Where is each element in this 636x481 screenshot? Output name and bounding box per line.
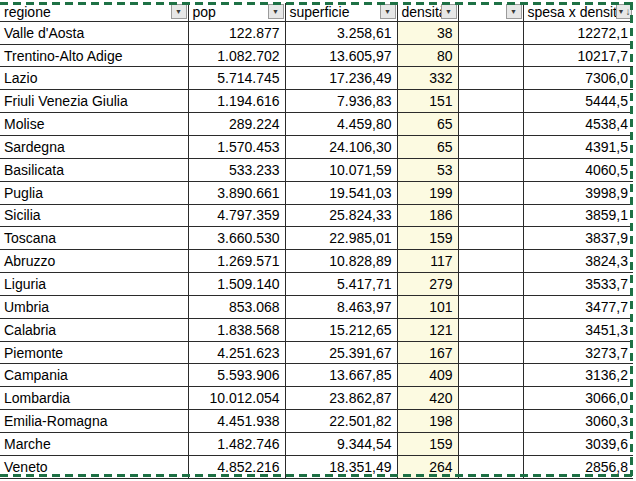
- cell-pop[interactable]: 122.877: [188, 21, 285, 44]
- cell-blank[interactable]: [458, 44, 523, 67]
- cell-superficie[interactable]: 15.212,65: [285, 318, 397, 341]
- cell-blank[interactable]: [458, 158, 523, 181]
- cell-superficie[interactable]: 25.391,67: [285, 341, 397, 364]
- cell-spesa[interactable]: 3477,7: [523, 295, 633, 318]
- cell-superficie[interactable]: 17.236,49: [285, 67, 397, 90]
- filter-dropdown-button-regione[interactable]: ▼: [171, 4, 187, 19]
- cell-superficie[interactable]: 25.824,33: [285, 204, 397, 227]
- cell-superficie[interactable]: 5.417,71: [285, 273, 397, 296]
- cell-densita[interactable]: 409: [397, 364, 458, 387]
- filter-dropdown-button-densita[interactable]: ▼: [441, 4, 457, 19]
- cell-superficie[interactable]: 24.106,30: [285, 136, 397, 159]
- cell-blank[interactable]: [458, 410, 523, 433]
- cell-blank[interactable]: [458, 250, 523, 273]
- cell-superficie[interactable]: 13.605,97: [285, 44, 397, 67]
- cell-pop[interactable]: 1.838.568: [188, 318, 285, 341]
- cell-densita[interactable]: 101: [397, 295, 458, 318]
- cell-blank[interactable]: [458, 204, 523, 227]
- cell-densita[interactable]: 38: [397, 21, 458, 44]
- cell-spesa[interactable]: 4391,5: [523, 136, 633, 159]
- cell-regione[interactable]: Emilia-Romagna: [0, 410, 188, 433]
- cell-densita[interactable]: 80: [397, 44, 458, 67]
- cell-densita[interactable]: 159: [397, 432, 458, 455]
- filter-dropdown-button-blank[interactable]: ▼: [506, 4, 522, 19]
- cell-blank[interactable]: [458, 364, 523, 387]
- cell-blank[interactable]: [458, 318, 523, 341]
- cell-pop[interactable]: 3.890.661: [188, 181, 285, 204]
- cell-blank[interactable]: [458, 432, 523, 455]
- cell-spesa[interactable]: 10217,7: [523, 44, 633, 67]
- cell-blank[interactable]: [458, 136, 523, 159]
- cell-densita[interactable]: 186: [397, 204, 458, 227]
- cell-regione[interactable]: Valle d'Aosta: [0, 21, 188, 44]
- cell-spesa[interactable]: 3998,9: [523, 181, 633, 204]
- cell-spesa[interactable]: 12272,1: [523, 21, 633, 44]
- cell-densita[interactable]: 198: [397, 410, 458, 433]
- cell-pop[interactable]: 1.194.616: [188, 90, 285, 113]
- cell-regione[interactable]: Friuli Venezia Giulia: [0, 90, 188, 113]
- cell-spesa[interactable]: 3837,9: [523, 227, 633, 250]
- cell-superficie[interactable]: 7.936,83: [285, 90, 397, 113]
- cell-regione[interactable]: Lazio: [0, 67, 188, 90]
- cell-pop[interactable]: 1.509.140: [188, 273, 285, 296]
- cell-densita[interactable]: 53: [397, 158, 458, 181]
- cell-regione[interactable]: Trentino-Alto Adige: [0, 44, 188, 67]
- cell-pop[interactable]: 10.012.054: [188, 387, 285, 410]
- cell-densita[interactable]: 279: [397, 273, 458, 296]
- filter-dropdown-button-pop[interactable]: ▼: [268, 4, 284, 19]
- cell-blank[interactable]: [458, 341, 523, 364]
- cell-regione[interactable]: Basilicata: [0, 158, 188, 181]
- cell-pop[interactable]: 4.797.359: [188, 204, 285, 227]
- cell-pop[interactable]: 5.593.906: [188, 364, 285, 387]
- cell-spesa[interactable]: 3039,6: [523, 432, 633, 455]
- cell-pop[interactable]: 1.269.571: [188, 250, 285, 273]
- cell-blank[interactable]: [458, 227, 523, 250]
- cell-superficie[interactable]: 10.071,59: [285, 158, 397, 181]
- cell-blank[interactable]: [458, 273, 523, 296]
- cell-spesa[interactable]: 7306,0: [523, 67, 633, 90]
- cell-spesa[interactable]: 3859,1: [523, 204, 633, 227]
- cell-regione[interactable]: Umbria: [0, 295, 188, 318]
- cell-superficie[interactable]: 13.667,85: [285, 364, 397, 387]
- cell-regione[interactable]: Toscana: [0, 227, 188, 250]
- cell-spesa[interactable]: 4538,4: [523, 113, 633, 136]
- cell-densita[interactable]: 117: [397, 250, 458, 273]
- cell-regione[interactable]: Campania: [0, 364, 188, 387]
- cell-superficie[interactable]: 22.501,82: [285, 410, 397, 433]
- cell-spesa[interactable]: 3060,3: [523, 410, 633, 433]
- cell-spesa[interactable]: 3066,0: [523, 387, 633, 410]
- cell-spesa[interactable]: 5444,5: [523, 90, 633, 113]
- cell-regione[interactable]: Marche: [0, 432, 188, 455]
- cell-regione[interactable]: Molise: [0, 113, 188, 136]
- cell-blank[interactable]: [458, 113, 523, 136]
- cell-regione[interactable]: Abruzzo: [0, 250, 188, 273]
- cell-pop[interactable]: 533.233: [188, 158, 285, 181]
- cell-spesa[interactable]: 3533,7: [523, 273, 633, 296]
- cell-pop[interactable]: 4.451.938: [188, 410, 285, 433]
- cell-pop[interactable]: 289.224: [188, 113, 285, 136]
- cell-densita[interactable]: 121: [397, 318, 458, 341]
- cell-superficie[interactable]: 10.828,89: [285, 250, 397, 273]
- cell-spesa[interactable]: 3273,7: [523, 341, 633, 364]
- cell-blank[interactable]: [458, 181, 523, 204]
- cell-superficie[interactable]: 18.351,49: [285, 455, 397, 478]
- cell-densita[interactable]: 159: [397, 227, 458, 250]
- cell-regione[interactable]: Veneto: [0, 455, 188, 478]
- cell-superficie[interactable]: 8.463,97: [285, 295, 397, 318]
- cell-pop[interactable]: 3.660.530: [188, 227, 285, 250]
- filter-dropdown-button-superficie[interactable]: ▼: [380, 4, 396, 19]
- cell-pop[interactable]: 1.482.746: [188, 432, 285, 455]
- cell-superficie[interactable]: 22.985,01: [285, 227, 397, 250]
- cell-densita[interactable]: 420: [397, 387, 458, 410]
- cell-blank[interactable]: [458, 387, 523, 410]
- cell-densita[interactable]: 151: [397, 90, 458, 113]
- cell-spesa[interactable]: 3451,3: [523, 318, 633, 341]
- cell-spesa[interactable]: 3824,3: [523, 250, 633, 273]
- filter-sorted-descending-button-spesa[interactable]: ▼↓: [616, 4, 632, 19]
- cell-spesa[interactable]: 3136,2: [523, 364, 633, 387]
- cell-regione[interactable]: Lombardia: [0, 387, 188, 410]
- cell-densita[interactable]: 65: [397, 136, 458, 159]
- cell-spesa[interactable]: 4060,5: [523, 158, 633, 181]
- cell-superficie[interactable]: 3.258,61: [285, 21, 397, 44]
- cell-superficie[interactable]: 23.862,87: [285, 387, 397, 410]
